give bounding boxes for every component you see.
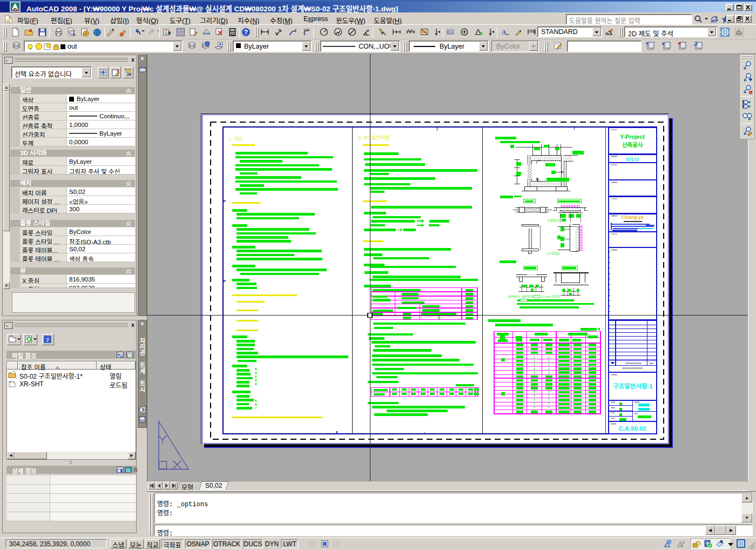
svg-text:Chang-jo: Chang-jo [621, 214, 644, 220]
svg-text:?: ? [46, 337, 49, 343]
svg-text:(ㅁ형데크): (ㅁ형데크) [547, 251, 560, 256]
svg-text:C.A.S0.02: C.A.S0.02 [619, 425, 646, 432]
svg-text:?: ? [244, 29, 248, 36]
svg-text:1. 가요: 1. 가요 [228, 136, 243, 142]
svg-text:2. RC 일반사항: 2. RC 일반사항 [358, 135, 390, 140]
svg-text:(V형데크): (V형데크) [547, 218, 559, 223]
svg-text:A: A [502, 29, 507, 36]
svg-text:Y0X: Y0X [303, 28, 309, 31]
svg-text:구조일반사항-1: 구조일반사항-1 [613, 383, 653, 390]
svg-text:Y-Project: Y-Project [620, 133, 645, 140]
svg-text:S7273: S7273 [626, 157, 639, 162]
svg-text:신축공사: 신축공사 [622, 142, 643, 148]
svg-text:0.1: 0.1 [448, 30, 453, 34]
